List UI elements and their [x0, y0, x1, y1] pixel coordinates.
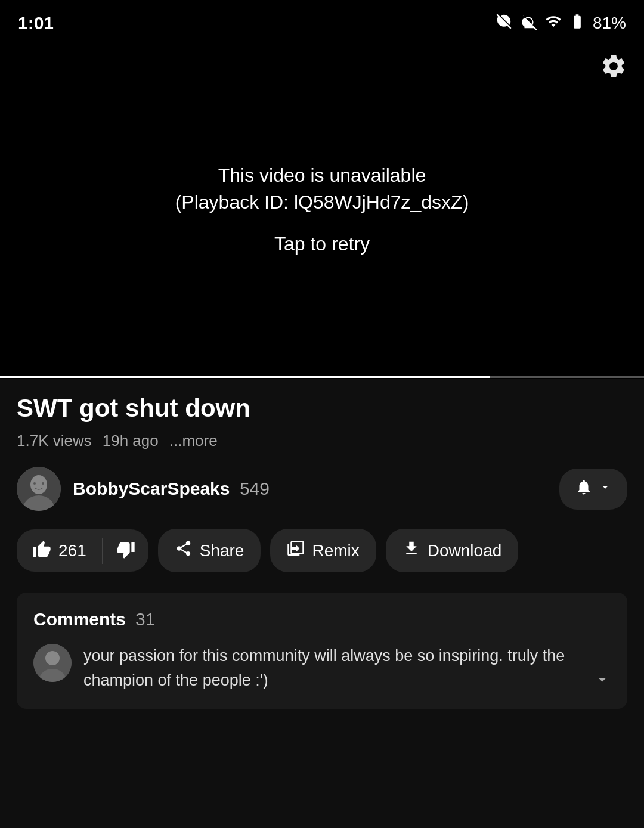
- thumbs-down-icon: [116, 540, 135, 561]
- view-count: 1.7K views: [17, 432, 92, 450]
- comment-expand-icon[interactable]: [594, 671, 611, 692]
- battery-percent: 81%: [593, 14, 626, 33]
- remix-label: Remix: [312, 541, 359, 560]
- comments-header: Comments 31: [33, 609, 611, 629]
- signal-icon: [545, 13, 562, 34]
- video-player[interactable]: This video is unavailable (Playback ID: …: [0, 42, 644, 376]
- remix-button[interactable]: Remix: [270, 529, 376, 572]
- like-button[interactable]: 261: [17, 529, 102, 572]
- channel-name[interactable]: BobbyScarSpeaks: [73, 479, 230, 498]
- svg-point-4: [42, 482, 44, 485]
- download-icon: [402, 539, 420, 562]
- bell-icon: [575, 478, 593, 500]
- svg-point-6: [45, 651, 60, 665]
- comment-preview[interactable]: your passion for this community will alw…: [33, 644, 611, 692]
- comment-avatar: [33, 644, 72, 682]
- upload-time: 19h ago: [103, 432, 159, 450]
- channel-name-group: BobbyScarSpeaks 549: [73, 479, 270, 499]
- download-label: Download: [428, 541, 502, 560]
- content-area: SWT got shut down 1.7K views 19h ago ...…: [0, 379, 644, 709]
- progress-bar-fill: [0, 376, 490, 378]
- like-count: 261: [58, 541, 86, 560]
- share-button[interactable]: Share: [158, 529, 261, 572]
- battery-icon: [569, 13, 586, 34]
- unavailable-text: This video is unavailable (Playback ID: …: [175, 162, 469, 216]
- progress-bar[interactable]: [0, 376, 644, 378]
- remix-icon: [287, 539, 305, 562]
- action-buttons-row: 261 Share: [17, 529, 627, 575]
- progress-bar-container: [0, 376, 644, 379]
- svg-point-1: [30, 475, 47, 494]
- channel-row: BobbyScarSpeaks 549: [17, 467, 627, 511]
- share-label: Share: [200, 541, 244, 560]
- wifi-icon: [520, 13, 538, 35]
- retry-text[interactable]: Tap to retry: [175, 233, 469, 255]
- channel-subs: 549: [240, 479, 270, 498]
- video-unavailable-message: This video is unavailable (Playback ID: …: [175, 162, 469, 256]
- video-title: SWT got shut down: [17, 393, 627, 423]
- channel-info: BobbyScarSpeaks 549: [17, 467, 270, 511]
- svg-point-3: [33, 482, 36, 485]
- comments-label: Comments: [33, 609, 126, 629]
- settings-icon[interactable]: [600, 52, 627, 86]
- status-icons: 81%: [495, 13, 626, 35]
- channel-avatar[interactable]: [17, 467, 61, 511]
- like-dislike-group: 261: [17, 529, 148, 572]
- dislike-button[interactable]: [103, 529, 148, 572]
- share-icon: [175, 539, 193, 562]
- more-button[interactable]: ...more: [169, 432, 218, 450]
- video-meta: 1.7K views 19h ago ...more: [17, 432, 627, 450]
- comment-text: your passion for this community will alw…: [83, 644, 576, 692]
- chevron-down-icon: [599, 480, 612, 497]
- comments-count: 31: [135, 609, 155, 629]
- status-bar: 1:01 81%: [0, 0, 644, 42]
- mute-icon: [495, 13, 513, 35]
- download-button[interactable]: Download: [386, 529, 519, 572]
- thumbs-up-icon: [32, 540, 51, 561]
- subscribe-button[interactable]: [559, 469, 627, 510]
- comments-section: Comments 31 your passion for this commun…: [17, 593, 627, 709]
- status-time: 1:01: [18, 13, 54, 33]
